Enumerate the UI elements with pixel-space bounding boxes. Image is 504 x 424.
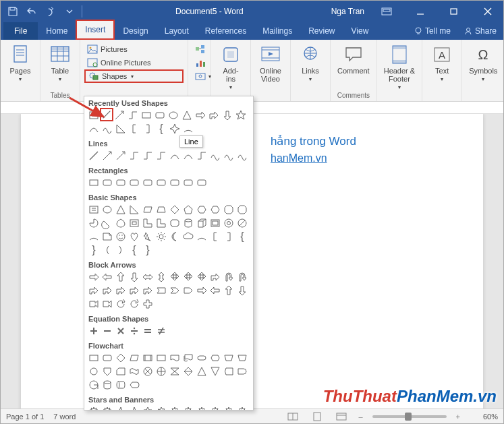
shape-arrU[interactable] [222,284,235,297]
shapes-button[interactable]: Shapes▾ [84,69,184,83]
tab-review[interactable]: Review [300,22,343,40]
shape-linearr[interactable] [101,149,114,162]
minimize-icon[interactable] [405,1,436,22]
zoom-thumb[interactable] [405,413,412,421]
tab-home[interactable]: Home [38,22,76,40]
shape-flowstor[interactable] [222,365,235,378]
shape-tri[interactable] [180,109,194,122]
shape-eqminus[interactable] [101,324,114,338]
shape-pent[interactable] [181,203,195,216]
shape-lbrace[interactable]: { [155,122,168,135]
shape-diam[interactable] [168,203,181,216]
shape-flowmag[interactable] [101,378,114,392]
shape-flowdec[interactable] [114,351,128,365]
shape-rrect[interactable] [101,176,114,189]
shape-rbrace[interactable]: } [87,243,101,257]
user-name[interactable]: Nga Tran [331,7,364,16]
shape-eqneq[interactable] [155,324,168,338]
shape-rrect[interactable] [168,176,181,189]
shape-curve[interactable] [168,149,181,162]
shape-arrL[interactable] [101,270,114,284]
shape-arrR[interactable] [87,270,101,284]
shape-cube[interactable] [195,216,208,230]
shape-flowmerge[interactable] [208,365,222,378]
shape-star8[interactable] [222,405,235,411]
addins-button[interactable]: Add- ins▾ [215,42,246,92]
shape-flowconn[interactable] [87,365,101,378]
shape-rrect[interactable] [114,176,128,189]
shape-flowtape[interactable] [128,365,141,378]
online-pictures-button[interactable]: Online Pictures [84,56,184,69]
zoom-level[interactable]: 60% [470,413,498,421]
shape-oct[interactable] [235,203,249,216]
shape-star8[interactable] [235,405,249,411]
shape-flowcard[interactable] [114,365,128,378]
read-mode-icon[interactable] [285,411,300,423]
shape-star4[interactable] [168,122,181,135]
status-page[interactable]: Page 1 of 1 [6,413,44,421]
shape-arrR[interactable] [194,109,207,122]
shape-rect[interactable] [140,109,153,122]
shape-lshape[interactable] [141,216,155,230]
shape-flowmult[interactable] [181,351,195,365]
shape-rrect[interactable] [181,176,195,189]
shape-explo[interactable] [101,405,114,411]
table-button[interactable]: Table▾ [45,42,76,84]
shape-arrBent[interactable] [207,109,221,122]
shape-flowor[interactable] [155,365,168,378]
shape-circarr[interactable] [128,297,141,311]
shape-pentarr[interactable] [181,284,195,297]
shape-star8[interactable] [181,405,195,411]
symbols-button[interactable]: Ω Symbols▾ [466,42,500,84]
shape-donut[interactable] [222,216,235,230]
shape-arr4[interactable] [168,270,181,284]
shape-conn[interactable] [126,109,140,122]
tab-mailings[interactable]: Mailings [254,22,300,40]
tab-view[interactable]: View [343,22,377,40]
zoom-slider[interactable] [372,415,447,418]
shape-can[interactable] [181,216,195,230]
share-button[interactable]: Share [457,22,503,40]
shape-arrD[interactable] [128,270,141,284]
shape-lbrack[interactable] [128,122,141,135]
tab-references[interactable]: References [197,22,254,40]
shape-free[interactable] [222,149,235,162]
shape-callR[interactable] [101,297,114,311]
shape-lbrack[interactable] [208,230,222,243]
shape-tear[interactable] [114,216,128,230]
shape-star8[interactable] [168,405,181,411]
shape-star6[interactable] [141,405,155,411]
shape-sun[interactable] [155,230,168,243]
shape-hex[interactable] [195,203,208,216]
shape-arc[interactable] [181,122,195,135]
shape-flowproc[interactable] [87,351,101,365]
shape-rtri[interactable] [128,203,141,216]
shape-arrLR[interactable] [141,270,155,284]
shape-arr4[interactable] [195,270,208,284]
shape-linearr[interactable] [113,109,126,122]
shape-arrUturn[interactable] [235,270,249,284]
shape-plus[interactable] [141,297,155,311]
shape-line[interactable] [87,149,101,162]
status-words[interactable]: 7 word [53,413,76,421]
shape-rrect[interactable] [141,176,155,189]
undo-icon[interactable] [24,3,40,20]
shape-star8[interactable] [195,405,208,411]
shape-explo[interactable] [87,405,101,411]
shape-star4[interactable] [114,405,128,411]
shape-rrect[interactable] [128,176,141,189]
shape-flowcoll[interactable] [168,365,181,378]
pages-button[interactable]: Pages▾ [5,42,36,84]
close-icon[interactable] [472,1,503,22]
shape-linearr[interactable] [114,149,128,162]
shape-rbrack[interactable] [222,230,235,243]
shape-textbox[interactable] [87,203,101,216]
shape-trap[interactable] [155,203,168,216]
shape-flowman[interactable] [222,351,235,365]
shape-block[interactable] [235,216,249,230]
shape-chev[interactable] [168,284,181,297]
chart-button[interactable] [192,56,206,69]
shape-lparen[interactable] [101,243,114,257]
shape-bevel[interactable] [208,216,222,230]
shape-rtri[interactable] [114,122,128,135]
